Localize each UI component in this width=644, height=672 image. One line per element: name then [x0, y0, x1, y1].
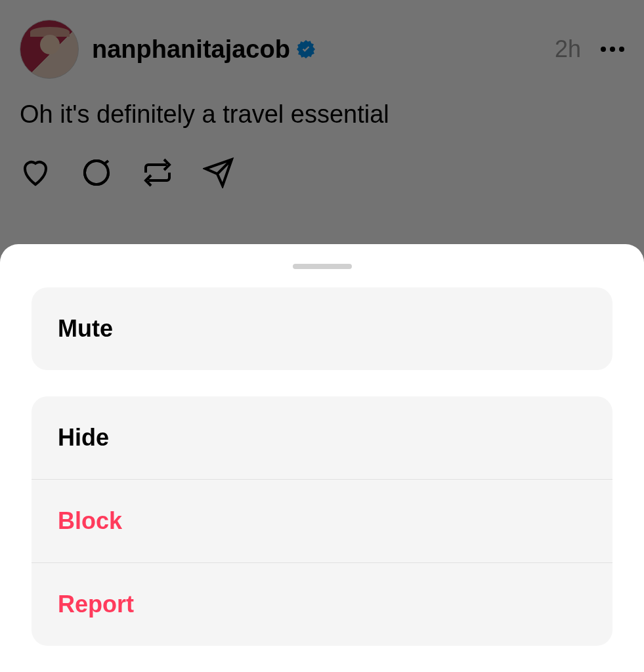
block-button[interactable]: Block: [32, 480, 612, 563]
sheet-handle[interactable]: [293, 264, 352, 269]
menu-group-1: Mute: [32, 287, 612, 370]
bottom-sheet: Mute Hide Block Report: [0, 244, 644, 672]
mute-button[interactable]: Mute: [32, 287, 612, 370]
report-button[interactable]: Report: [32, 563, 612, 646]
menu-group-2: Hide Block Report: [32, 396, 612, 646]
hide-button[interactable]: Hide: [32, 396, 612, 480]
